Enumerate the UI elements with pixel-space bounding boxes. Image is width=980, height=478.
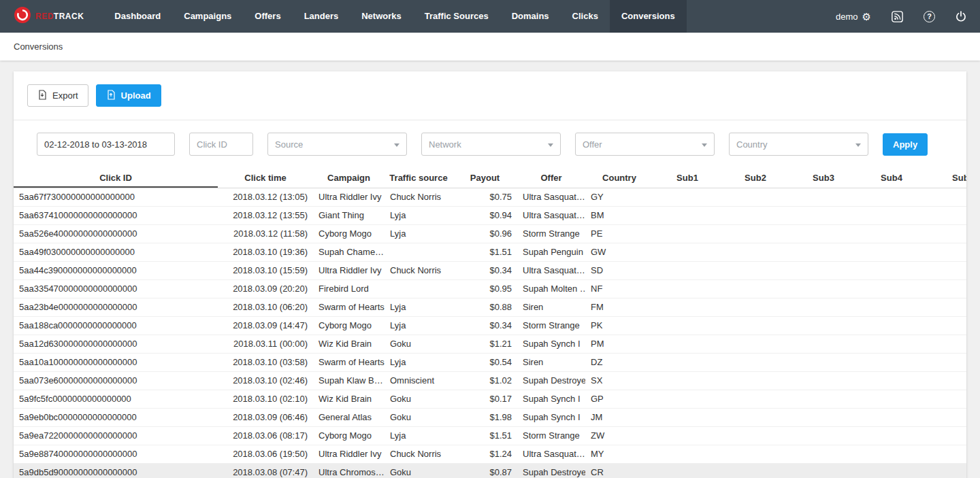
table-row[interactable]: 5aa67f7300000000000000002018.03.12 (13:0… (14, 188, 966, 207)
help-icon[interactable]: ? (924, 11, 935, 22)
nav-item-dashboard[interactable]: Dashboard (103, 0, 172, 33)
user-menu[interactable]: demo ⚙ (836, 12, 871, 22)
table-row[interactable]: 5a9ea72200000000000000002018.03.06 (08:1… (14, 427, 966, 445)
cell-click_id: 5a9eb0bc0000000000000000 (14, 409, 218, 426)
cell-sub1 (653, 280, 721, 298)
table-row[interactable]: 5aa3354700000000000000002018.03.09 (20:2… (14, 280, 966, 298)
table-row[interactable]: 5aa44c3900000000000000002018.03.10 (15:5… (14, 262, 966, 280)
cell-sub4 (858, 243, 926, 261)
cell-sub5 (926, 335, 966, 353)
export-button[interactable]: Export (27, 84, 88, 107)
nav-item-landers[interactable]: Landers (293, 0, 350, 33)
cell-sub2 (721, 298, 789, 316)
cell-sub2 (721, 225, 789, 243)
table-row[interactable]: 5a9e887400000000000000002018.03.06 (19:5… (14, 445, 966, 464)
cell-payout: $1.98 (453, 409, 517, 426)
date-range-input[interactable] (37, 133, 175, 156)
cell-campaign: Ultra Chromos… (313, 464, 385, 478)
table-row[interactable]: 5aa49f0300000000000000002018.03.10 (19:3… (14, 243, 966, 262)
cell-payout: $0.88 (453, 298, 517, 316)
cell-sub2 (721, 317, 789, 335)
cell-click_time: 2018.03.08 (07:47) (218, 464, 313, 478)
cell-country: SX (585, 372, 653, 390)
cell-click_time: 2018.03.10 (03:58) (218, 354, 313, 371)
cell-traffic_source: Goku (385, 464, 453, 478)
cell-country: MY (585, 445, 653, 463)
nav-item-campaigns[interactable]: Campaigns (172, 0, 243, 33)
cell-country: GP (585, 390, 653, 408)
cell-click_id: 5aa073e60000000000000000 (14, 372, 218, 390)
table-row[interactable]: 5aa188ca00000000000000002018.03.09 (14:4… (14, 317, 966, 335)
nav-item-clicks[interactable]: Clicks (561, 0, 610, 33)
cell-click_id: 5aa23b4e0000000000000000 (14, 298, 218, 316)
cell-click_id: 5a9fc5fc0000000000000000 (14, 390, 218, 408)
cell-campaign: Supah Chame… (313, 243, 385, 261)
cell-sub2 (721, 354, 789, 371)
gear-icon[interactable]: ⚙ (862, 12, 871, 22)
cell-sub1 (653, 427, 721, 445)
click-id-input[interactable] (189, 133, 253, 156)
cell-sub3 (789, 280, 858, 298)
column-header-sub3[interactable]: Sub3 (789, 169, 858, 188)
column-header-traffic_source[interactable]: Traffic source (385, 169, 453, 188)
country-select-placeholder: Country (736, 139, 768, 150)
column-header-sub1[interactable]: Sub1 (653, 169, 721, 188)
table-row[interactable]: 5aa12d6300000000000000002018.03.11 (00:0… (14, 335, 966, 354)
nav-item-networks[interactable]: Networks (350, 0, 413, 33)
column-header-click_id[interactable]: Click ID (14, 169, 218, 188)
table-row[interactable]: 5aa23b4e00000000000000002018.03.10 (06:2… (14, 298, 966, 317)
chevron-down-icon (855, 143, 861, 147)
cell-click_id: 5aa335470000000000000000 (14, 280, 218, 298)
column-header-sub2[interactable]: Sub2 (721, 169, 789, 188)
nav-item-offers[interactable]: Offers (243, 0, 292, 33)
nav-item-traffic-sources[interactable]: Traffic Sources (413, 0, 500, 33)
cell-sub2 (721, 390, 789, 408)
logout-power-icon[interactable] (956, 11, 966, 22)
cell-campaign: Firebird Lord (313, 280, 385, 298)
cell-campaign: Ultra Riddler Ivy (313, 188, 385, 206)
cell-country: FM (585, 298, 653, 316)
column-header-sub4[interactable]: Sub4 (858, 169, 926, 188)
cell-payout: $0.75 (453, 188, 517, 206)
network-select-placeholder: Network (429, 139, 461, 150)
cell-traffic_source: Lyja (385, 354, 453, 371)
nav-item-domains[interactable]: Domains (500, 0, 561, 33)
table-row[interactable]: 5a9db5d900000000000000002018.03.08 (07:4… (14, 464, 966, 478)
cell-offer: Ultra Sasquat… (517, 262, 585, 279)
cell-sub3 (789, 409, 858, 426)
cell-payout: $0.54 (453, 354, 517, 371)
nav-item-conversions[interactable]: Conversions (610, 0, 687, 33)
rss-icon[interactable] (892, 11, 903, 22)
cell-sub4 (858, 280, 926, 298)
cell-click_id: 5a9db5d90000000000000000 (14, 464, 218, 478)
cell-sub4 (858, 354, 926, 371)
table-row[interactable]: 5aa6374100000000000000002018.03.12 (13:5… (14, 207, 966, 225)
offer-select[interactable]: Offer (575, 133, 715, 156)
column-header-payout[interactable]: Payout (453, 169, 517, 188)
cell-sub3 (789, 317, 858, 335)
country-select[interactable]: Country (729, 133, 868, 156)
column-header-campaign[interactable]: Campaign (313, 169, 385, 188)
offer-select-placeholder: Offer (583, 139, 602, 150)
cell-sub1 (653, 188, 721, 206)
table-row[interactable]: 5aa073e600000000000000002018.03.10 (02:4… (14, 372, 966, 390)
table-row[interactable]: 5aa526e400000000000000002018.03.12 (11:5… (14, 225, 966, 243)
source-select[interactable]: Source (267, 133, 407, 156)
upload-button[interactable]: Upload (96, 84, 161, 107)
cell-sub1 (653, 317, 721, 335)
table-row[interactable]: 5a9eb0bc00000000000000002018.03.09 (06:4… (14, 409, 966, 427)
cell-sub3 (789, 427, 858, 445)
cell-campaign: Cyborg Mogo (313, 427, 385, 445)
column-header-offer[interactable]: Offer (517, 169, 585, 188)
cell-sub2 (721, 335, 789, 353)
cell-sub5 (926, 317, 966, 335)
column-header-click_time[interactable]: Click time (218, 169, 313, 188)
table-row[interactable]: 5aa10a1000000000000000002018.03.10 (03:5… (14, 354, 966, 372)
column-header-sub5[interactable]: Sub5 (926, 169, 966, 188)
cell-campaign: Wiz Kid Brain (313, 390, 385, 408)
table-row[interactable]: 5a9fc5fc00000000000000002018.03.10 (02:1… (14, 390, 966, 409)
apply-button[interactable]: Apply (883, 133, 928, 156)
brand-logo[interactable]: REDTRACK (14, 6, 84, 27)
column-header-country[interactable]: Country (585, 169, 653, 188)
network-select[interactable]: Network (421, 133, 561, 156)
